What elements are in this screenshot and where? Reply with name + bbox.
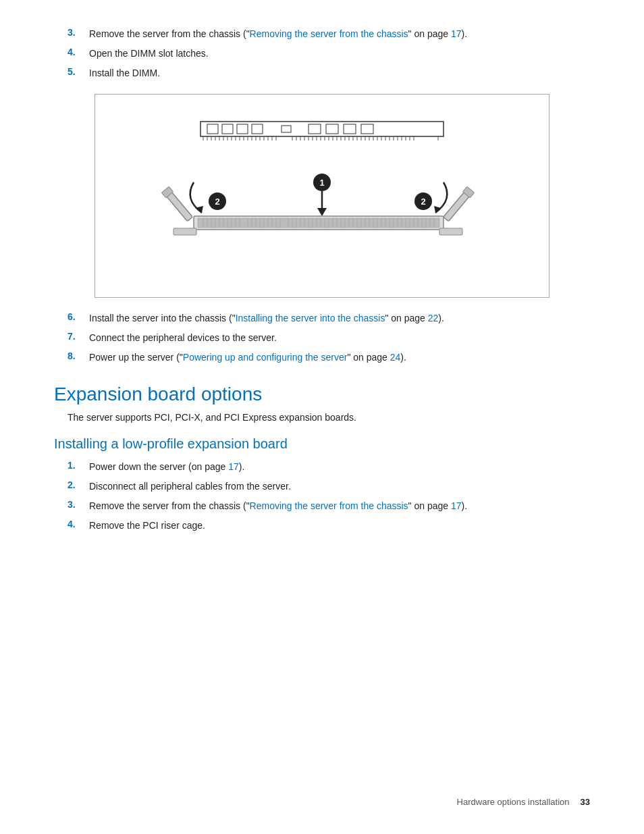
- steps-middle: 6. Install the server into the chassis (…: [54, 311, 590, 365]
- dimm-diagram: 1 2 2: [95, 94, 549, 298]
- step-b1-num: 1.: [68, 460, 86, 471]
- step-b3: 3. Remove the server from the chassis ("…: [54, 499, 590, 513]
- svg-rect-9: [361, 124, 373, 134]
- svg-rect-124: [439, 228, 462, 235]
- step-b4-num: 4.: [68, 519, 86, 529]
- svg-rect-62: [198, 218, 439, 228]
- step-6: 6. Install the server into the chassis (…: [54, 311, 590, 325]
- step-b4-text: Remove the PCI riser cage.: [89, 519, 205, 533]
- page-footer: Hardware options installation 33: [457, 797, 590, 807]
- step-7: 7. Connect the peripheral devices to the…: [54, 331, 590, 345]
- step-6-page[interactable]: 22: [428, 313, 439, 323]
- page-content: 3. Remove the server from the chassis ("…: [0, 0, 644, 598]
- step-6-num: 6.: [68, 311, 86, 322]
- section-title: Expansion board options: [54, 384, 590, 405]
- step-8-num: 8.: [68, 350, 86, 361]
- step-b1-text: Power down the server (on page 17).: [89, 460, 244, 474]
- step-b1-page[interactable]: 17: [228, 461, 239, 472]
- section-desc: The server supports PCI, PCI-X, and PCI …: [54, 412, 590, 423]
- svg-rect-4: [237, 124, 248, 134]
- step-5: 5. Install the DIMM.: [54, 66, 590, 80]
- step-6-link[interactable]: Installing the server into the chassis: [236, 313, 385, 323]
- svg-rect-3: [222, 124, 233, 134]
- step-8-link[interactable]: Powering up and configuring the server: [183, 352, 348, 363]
- step-3-page[interactable]: 17: [451, 28, 462, 39]
- step-8-text: Power up the server ("Powering up and co…: [89, 350, 406, 365]
- step-4-text: Open the DIMM slot latches.: [89, 47, 209, 61]
- dimm-svg: 1 2 2: [146, 101, 498, 290]
- svg-rect-8: [344, 124, 356, 134]
- step-b4: 4. Remove the PCI riser cage.: [54, 519, 590, 533]
- step-b2-num: 2.: [68, 479, 86, 490]
- step-b1: 1. Power down the server (on page 17).: [54, 460, 590, 474]
- step-3-text: Remove the server from the chassis ("Rem…: [89, 27, 467, 41]
- step-3: 3. Remove the server from the chassis ("…: [54, 27, 590, 41]
- step-b3-text: Remove the server from the chassis ("Rem…: [89, 499, 467, 513]
- footer-label: Hardware options installation: [457, 797, 570, 807]
- steps-bottom: 1. Power down the server (on page 17). 2…: [54, 460, 590, 533]
- footer-page: 33: [581, 797, 590, 807]
- svg-rect-6: [308, 124, 321, 134]
- step-3-link[interactable]: Removing the server from the chassis: [250, 28, 408, 39]
- subsection-title: Installing a low-profile expansion board: [54, 436, 590, 452]
- step-b2-text: Disconnect all peripheral cables from th…: [89, 479, 291, 494]
- steps-top: 3. Remove the server from the chassis ("…: [54, 27, 590, 80]
- step-8-page[interactable]: 24: [390, 352, 401, 363]
- svg-rect-7: [326, 124, 338, 134]
- step-4: 4. Open the DIMM slot latches.: [54, 47, 590, 61]
- step-b3-num: 3.: [68, 499, 86, 510]
- step-5-text: Install the DIMM.: [89, 66, 160, 80]
- step-7-num: 7.: [68, 331, 86, 342]
- svg-rect-1: [281, 126, 291, 132]
- step-b3-page[interactable]: 17: [451, 500, 462, 511]
- step-4-num: 4.: [68, 47, 86, 57]
- svg-marker-128: [317, 208, 327, 216]
- svg-text:2: 2: [421, 197, 425, 207]
- step-8: 8. Power up the server ("Powering up and…: [54, 350, 590, 365]
- svg-text:2: 2: [215, 197, 219, 207]
- svg-text:1: 1: [319, 178, 324, 188]
- step-6-text: Install the server into the chassis ("In…: [89, 311, 444, 325]
- step-5-num: 5.: [68, 66, 86, 77]
- svg-rect-5: [252, 124, 263, 134]
- step-7-text: Connect the peripheral devices to the se…: [89, 331, 277, 345]
- step-3-num: 3.: [68, 27, 86, 38]
- svg-rect-2: [207, 124, 218, 134]
- step-b2: 2. Disconnect all peripheral cables from…: [54, 479, 590, 494]
- step-b3-link[interactable]: Removing the server from the chassis: [250, 500, 408, 511]
- svg-rect-123: [173, 228, 196, 235]
